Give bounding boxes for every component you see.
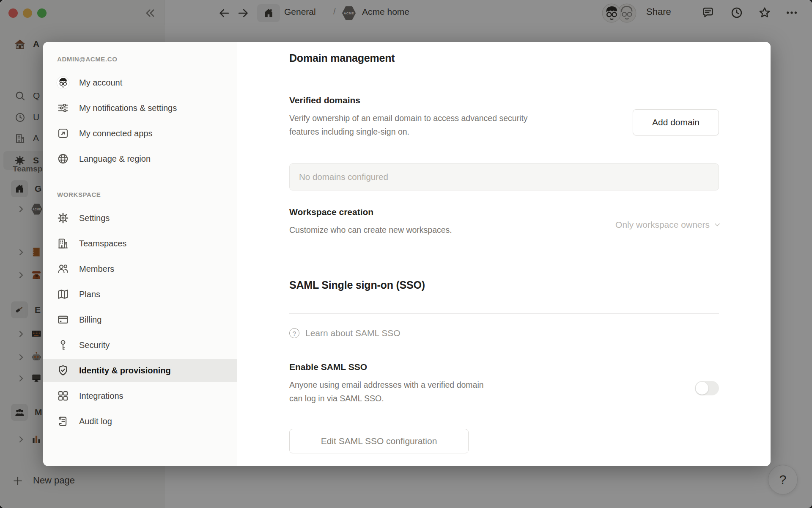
enable-saml-toggle[interactable] <box>695 381 719 395</box>
app-window: General / ACME Acme home <box>0 0 812 508</box>
divider <box>289 82 719 82</box>
shield-check-icon <box>56 364 70 377</box>
map-icon <box>56 287 70 301</box>
credit-card-icon <box>56 313 70 326</box>
help-circle-icon: ? <box>289 328 299 338</box>
workspace-creation-heading: Workspace creation <box>289 207 373 217</box>
settings-modal: ADMIN@ACME.CO My account <box>43 42 771 466</box>
settings-sidebar: ADMIN@ACME.CO My account <box>43 42 237 466</box>
building-icon <box>56 237 70 250</box>
globe-icon <box>56 152 70 166</box>
edit-saml-configuration-button[interactable]: Edit SAML SSO configuration <box>289 429 469 453</box>
settings-item-security[interactable]: Security <box>43 332 237 358</box>
account-section-heading: ADMIN@ACME.CO <box>43 54 237 65</box>
gear-icon <box>56 211 70 225</box>
user-avatar-icon <box>56 76 70 89</box>
enable-saml-heading: Enable SAML SSO <box>289 362 367 372</box>
divider <box>289 313 719 314</box>
settings-item-notifications[interactable]: My notifications & settings <box>43 95 237 121</box>
arrow-up-right-square-icon <box>56 127 70 140</box>
toggle-knob <box>696 382 708 395</box>
settings-item-members[interactable]: Members <box>43 256 237 282</box>
verified-domains-heading: Verified domains <box>289 95 360 105</box>
enable-saml-description: Anyone using email addresses with a veri… <box>289 378 484 405</box>
settings-item-audit-log[interactable]: Audit log <box>43 409 237 434</box>
grid-icon <box>56 389 70 403</box>
settings-item-integrations[interactable]: Integrations <box>43 383 237 409</box>
settings-item-teamspaces[interactable]: Teamspaces <box>43 231 237 256</box>
add-domain-button[interactable]: Add domain <box>633 109 719 135</box>
settings-item-identity-provisioning[interactable]: Identity & provisioning <box>43 358 237 383</box>
sliders-icon <box>56 101 70 115</box>
workspace-section-heading: WORKSPACE <box>43 189 237 200</box>
settings-content: Domain management Verified domains Verif… <box>237 42 771 466</box>
settings-item-plans[interactable]: Plans <box>43 282 237 307</box>
scroll-icon <box>56 414 70 428</box>
saml-section-title: SAML Single sign-on (SSO) <box>289 279 425 291</box>
workspace-creation-description: Customize who can create new workspaces. <box>289 223 452 237</box>
settings-item-language-region[interactable]: Language & region <box>43 146 237 171</box>
learn-saml-sso-link[interactable]: ? Learn about SAML SSO <box>289 328 401 338</box>
settings-item-settings[interactable]: Settings <box>43 205 237 231</box>
page-title: Domain management <box>289 52 395 64</box>
settings-item-connected-apps[interactable]: My connected apps <box>43 121 237 146</box>
workspace-creation-dropdown[interactable]: Only workspace owners <box>615 217 721 232</box>
members-icon <box>56 262 70 276</box>
verified-domains-description: Verify ownership of an email domain to a… <box>289 111 528 138</box>
chevron-down-icon <box>713 221 721 229</box>
key-icon <box>56 338 70 352</box>
settings-item-my-account[interactable]: My account <box>43 70 237 95</box>
domains-empty-state: No domains configured <box>289 163 719 190</box>
dropdown-selected-value: Only workspace owners <box>615 220 710 230</box>
settings-item-billing[interactable]: Billing <box>43 307 237 332</box>
